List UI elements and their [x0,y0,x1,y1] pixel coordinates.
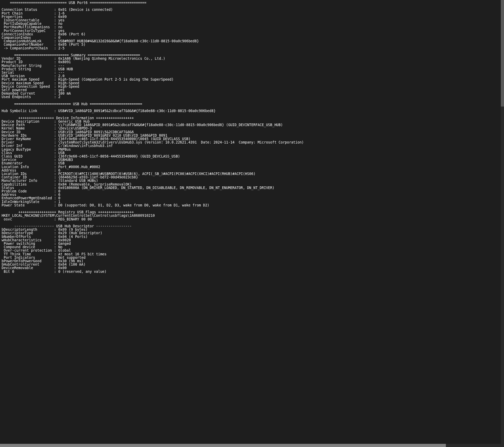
val: 0x1A86 (Nanjing Qinheng Microelectronics… [58,57,165,61]
val: {36fc9e60-c465-11cf-8056-444553540000} (… [58,154,180,158]
terminal-output: =========================== USB Port6 ==… [0,0,501,275]
row-used-endpoints: Used Endpoints : 2 [2,95,60,99]
row-bit0: Bit 0 : 0 (reserved, any value) [2,270,107,274]
val: 0x01 (Device is connected) [58,8,113,12]
val: 0x0180600A (DN_DRIVER_LOADED, DN_STARTED… [58,186,274,190]
vertical-scrollbar-thumb[interactable] [501,0,504,107]
val: REG_BINARY 00 00 [58,217,92,221]
row-hub-symbolic-link: Hub Symbolic Link : USB#VID_1A86&PID_809… [2,109,216,113]
vertical-scrollbar-track[interactable] [501,0,504,444]
section-header-usb-hub: =========================== USB Hub ====… [2,102,142,106]
val: 0x06 (Port 6) [58,32,85,36]
val: \\?\USB#VID_1A86&PID_8091#5&2cdbcaf7&0&6… [58,123,283,127]
val: Port_#0006.Hub_#0002 [58,165,100,169]
scrollbar-corner [501,444,504,447]
section-header-port6: =========================== USB Port6 ==… [2,1,146,5]
terminal-content: =========================== USB Port6 ==… [0,0,501,444]
row-osvc: osvc : REG_BINARY 00 00 [2,217,92,221]
val: D0 (supported: D0, D1, D2, D3, wake from… [58,203,209,207]
row-companion-port-chain: -> CompanionPortChain : 2-5 [2,46,64,50]
val: 2-5 [58,46,64,50]
horizontal-scrollbar-thumb[interactable] [0,444,446,447]
val: 0 (reserved, any value) [58,270,107,274]
horizontal-scrollbar-track[interactable] [0,444,501,447]
val: USB#VID_1A86&PID_8091#5&2cdbcaf7&0&6#{f1… [58,109,215,113]
terminal-viewport: =========================== USB Port6 ==… [0,0,504,447]
val: 2 [58,95,60,99]
row-power-state: Power State : D0 (supported: D0, D1, D2,… [2,203,209,207]
